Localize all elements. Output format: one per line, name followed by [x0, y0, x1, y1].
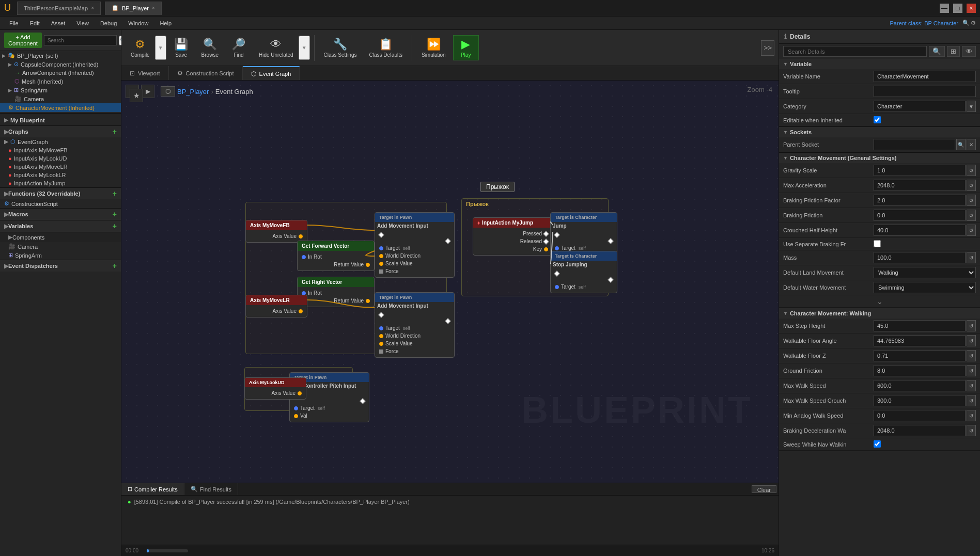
braking-decel-reset[interactable]: ↺: [967, 425, 976, 436]
walkable-floor-z-reset[interactable]: ↺: [967, 350, 976, 361]
node-add-movement-2[interactable]: Target in Pawn Add Movement Input Target…: [375, 292, 455, 358]
tab-map-close[interactable]: ×: [91, 5, 94, 11]
menu-window[interactable]: Window: [123, 19, 153, 27]
node-axis-movefb[interactable]: Axis MyMoveFB Axis Value: [245, 220, 307, 243]
clear-button[interactable]: Clear: [752, 485, 776, 493]
mass-input[interactable]: [874, 252, 966, 263]
bookmark-button[interactable]: ★: [130, 89, 143, 102]
blueprint-canvas[interactable]: BLUEPRINT ★ ◀ ▶ ⬡ BP_Player › Event Grap…: [121, 81, 779, 483]
details-search-button[interactable]: 🔍: [929, 46, 945, 57]
tree-item-springarm[interactable]: ▶ ⊞ SpringArm: [0, 86, 121, 94]
graphs-add-button[interactable]: +: [113, 128, 117, 136]
tree-item-character-movement[interactable]: ⚙ CharacterMovement (Inherited): [0, 103, 121, 112]
walkable-floor-angle-input[interactable]: [874, 335, 966, 346]
node-get-forward[interactable]: Get Forward Vector In Rot Return Value: [297, 241, 375, 271]
max-walk-speed-input[interactable]: [874, 380, 966, 391]
event-dispatchers-header[interactable]: ▶ Event Dispatchers +: [0, 260, 121, 272]
walkable-floor-z-input[interactable]: [874, 350, 966, 361]
max-walk-speed-reset[interactable]: ↺: [967, 380, 976, 391]
close-button[interactable]: ×: [967, 4, 976, 13]
details-search-input[interactable]: [783, 46, 927, 57]
tooltip-input[interactable]: [874, 86, 976, 97]
braking-friction-input[interactable]: [874, 210, 966, 221]
browse-button[interactable]: 🔍 Browse: [196, 36, 224, 60]
compiler-results-tab[interactable]: ⊡ Compiler Results: [121, 483, 184, 495]
char-walking-header[interactable]: ▼ Character Movement: Walking: [779, 308, 980, 319]
compile-arrow[interactable]: ▼: [155, 36, 166, 60]
min-analog-walk-reset[interactable]: ↺: [967, 410, 976, 421]
hide-unrelated-button[interactable]: 👁 Hide Unrelated: [254, 36, 299, 60]
functions-add-button[interactable]: +: [113, 189, 117, 198]
compile-button[interactable]: ⚙ Compile: [126, 36, 155, 60]
tree-item-self[interactable]: ▶ 🎭 BP_Player (self): [0, 51, 121, 60]
max-step-height-input[interactable]: [874, 320, 966, 331]
var-camera[interactable]: 🎥 Camera: [0, 242, 121, 251]
simulation-button[interactable]: ⏩ Simulation: [416, 36, 451, 60]
tab-event-graph[interactable]: ⬡ Event Graph: [243, 66, 300, 80]
max-acceleration-input[interactable]: [874, 180, 966, 191]
graphs-section-header[interactable]: ▶ Graphs +: [0, 125, 121, 137]
editable-checkbox[interactable]: [874, 116, 881, 123]
braking-friction-factor-input[interactable]: [874, 195, 966, 206]
braking-decel-input[interactable]: [874, 425, 966, 436]
mass-reset[interactable]: ↺: [967, 252, 976, 263]
input-action-jump[interactable]: ● InputAction MyJump: [0, 179, 121, 187]
node-add-movement-1[interactable]: Target in Pawn Add Movement Input Target…: [375, 212, 455, 278]
search-icon[interactable]: 🔍: [962, 20, 970, 26]
min-analog-walk-input[interactable]: [874, 410, 966, 421]
minimize-button[interactable]: —: [940, 4, 949, 13]
component-search-input[interactable]: [44, 35, 117, 45]
gravity-scale-reset-button[interactable]: ↺: [967, 165, 976, 176]
breadcrumb-bp-player[interactable]: BP_Player: [177, 88, 209, 96]
variables-section-header[interactable]: ▶ Variables +: [0, 220, 121, 232]
details-eye-button[interactable]: 👁: [962, 46, 976, 57]
node-axis-lookud[interactable]: Axis MyLookUD Axis Value: [244, 377, 306, 400]
ground-friction-input[interactable]: [874, 365, 966, 376]
default-land-select[interactable]: Walking Running Crouching: [874, 267, 976, 278]
functions-section-header[interactable]: ▶ Functions (32 Overridable) +: [0, 187, 121, 199]
parent-socket-input[interactable]: [874, 139, 955, 150]
find-button[interactable]: 🔎 Find: [226, 36, 252, 60]
class-defaults-button[interactable]: 📋 Class Defaults: [364, 36, 408, 60]
tab-viewport[interactable]: ⊡ Viewport: [121, 66, 169, 80]
max-step-height-reset[interactable]: ↺: [967, 320, 976, 331]
char-movement-header[interactable]: ▼ Character Movement (General Settings): [779, 153, 980, 163]
tab-map[interactable]: ThirdPersonExampleMap ×: [17, 2, 101, 15]
macros-add-button[interactable]: +: [113, 210, 117, 218]
max-acceleration-reset-button[interactable]: ↺: [967, 180, 976, 191]
macros-section-header[interactable]: ▶ Macros +: [0, 208, 121, 220]
menu-help[interactable]: Help: [154, 19, 177, 27]
event-graph-item[interactable]: ▶ ⬡ EventGraph ● InputAxis MyMoveFB ● In…: [0, 137, 121, 187]
tree-item-arrow[interactable]: → ArrowComponent (Inherited): [0, 69, 121, 77]
crouched-half-height-reset[interactable]: ↺: [967, 225, 976, 236]
gravity-scale-input[interactable]: [874, 165, 966, 176]
node-jump[interactable]: Target is Character Jump Target self: [550, 212, 617, 255]
class-settings-button[interactable]: 🔧 Class Settings: [319, 36, 362, 60]
sweep-while-nav-checkbox[interactable]: [874, 440, 881, 448]
sockets-section-header[interactable]: ▼ Sockets: [779, 127, 980, 137]
component-vars-header[interactable]: ▶ Components: [0, 232, 121, 242]
input-axis-movelr[interactable]: ● InputAxis MyMoveLR: [0, 163, 121, 171]
menu-view[interactable]: View: [71, 19, 94, 27]
parent-socket-clear-button[interactable]: ✕: [967, 139, 976, 150]
construction-script-item[interactable]: ⚙ ConstructionScript: [0, 199, 121, 208]
add-component-button[interactable]: + Add Component: [4, 33, 42, 48]
braking-friction-factor-reset[interactable]: ↺: [967, 195, 976, 206]
menu-asset[interactable]: Asset: [46, 19, 71, 27]
braking-friction-reset[interactable]: ↺: [967, 210, 976, 221]
variable-section-header[interactable]: ▼ Variable: [779, 59, 980, 69]
menu-file[interactable]: File: [4, 19, 24, 27]
use-separate-braking-checkbox[interactable]: [874, 240, 881, 247]
input-axis-lookud[interactable]: ● InputAxis MyLookUD: [0, 154, 121, 163]
maximize-button[interactable]: □: [953, 4, 962, 13]
variable-name-input[interactable]: [874, 71, 976, 82]
find-results-tab[interactable]: 🔍 Find Results: [184, 483, 238, 495]
variables-add-button[interactable]: +: [113, 222, 117, 230]
tree-item-camera[interactable]: 🎥 Camera: [0, 94, 121, 103]
node-axis-movelr[interactable]: Axis MyMoveLR Axis Value: [245, 295, 307, 317]
max-walk-speed-crouch-input[interactable]: [874, 395, 966, 406]
tab-construction-script[interactable]: ⚙ Construction Script: [169, 66, 243, 80]
category-dropdown-button[interactable]: ▼: [967, 101, 976, 112]
save-button[interactable]: 💾 Save: [168, 36, 194, 60]
play-button[interactable]: ▶ Play: [453, 35, 479, 60]
